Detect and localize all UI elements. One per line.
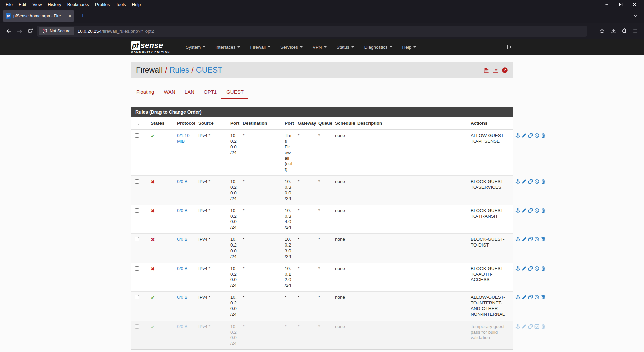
states-link[interactable]: 0/0 B	[177, 324, 188, 329]
rule-select-checkbox[interactable]	[135, 237, 139, 241]
disable-rule-icon[interactable]	[534, 295, 539, 300]
copy-rule-icon[interactable]	[528, 133, 533, 138]
move-rule-icon[interactable]	[515, 295, 520, 300]
minimize-button[interactable]	[605, 2, 609, 7]
delete-rule-icon[interactable]	[541, 266, 546, 271]
edit-rule-icon[interactable]	[522, 295, 527, 300]
nav-item-help[interactable]: Help	[397, 39, 422, 55]
nav-item-system[interactable]: System	[181, 39, 210, 55]
move-rule-icon[interactable]	[515, 208, 520, 213]
move-rule-icon[interactable]	[515, 237, 520, 242]
dest-port-cell: *	[295, 176, 316, 205]
disable-rule-icon[interactable]	[534, 179, 539, 184]
states-link[interactable]: 0/0 B	[177, 266, 188, 271]
extensions-puzzle-icon[interactable]	[622, 28, 627, 34]
rule-select-checkbox[interactable]	[135, 324, 139, 329]
copy-rule-icon[interactable]	[528, 324, 533, 329]
disable-rule-icon[interactable]	[534, 237, 539, 242]
delete-rule-icon[interactable]	[541, 133, 546, 138]
move-rule-icon[interactable]	[515, 324, 520, 329]
nav-item-label: Firewall	[250, 45, 266, 50]
disable-rule-icon[interactable]	[534, 208, 539, 213]
delete-rule-icon[interactable]	[541, 208, 546, 213]
tab-close-icon[interactable]: ×	[68, 13, 71, 18]
url-bar[interactable]: Not Secure 10.0.20.254/firewall_rules.ph…	[37, 26, 587, 37]
back-button[interactable]	[3, 26, 14, 37]
app-menu-icon[interactable]	[633, 28, 638, 34]
copy-rule-icon[interactable]	[528, 266, 533, 271]
caret-down-icon	[351, 46, 354, 48]
forward-button[interactable]	[14, 26, 25, 37]
enable-rule-icon[interactable]	[534, 324, 539, 329]
rule-select-checkbox[interactable]	[135, 179, 139, 184]
delete-rule-icon[interactable]	[541, 237, 546, 242]
pfsense-logo[interactable]: pf sense COMMUNITY EDITION	[131, 41, 170, 54]
menu-item-tools[interactable]: Tools	[113, 1, 129, 8]
delete-rule-icon[interactable]	[541, 179, 546, 184]
states-link[interactable]: 0/1.10 MiB	[177, 133, 190, 144]
bookmark-star-icon[interactable]	[599, 28, 605, 34]
nav-item-vpn[interactable]: VPN	[308, 39, 332, 55]
move-rule-icon[interactable]	[515, 179, 520, 184]
copy-rule-icon[interactable]	[528, 179, 533, 184]
queue-cell: none	[332, 321, 355, 349]
nav-item-interfaces[interactable]: Interfaces	[210, 39, 245, 55]
reload-button[interactable]	[25, 26, 36, 37]
rule-select-checkbox[interactable]	[135, 295, 139, 299]
tab-list-chevron-icon[interactable]	[633, 14, 638, 18]
nav-item-services[interactable]: Services	[275, 39, 308, 55]
edit-rule-icon[interactable]	[522, 324, 527, 329]
tab-opt1[interactable]: OPT1	[199, 86, 221, 99]
menu-item-history[interactable]: History	[45, 1, 64, 8]
help-icon[interactable]: ?	[502, 67, 508, 73]
description-cell: Temporary guest pass for build validatio…	[468, 321, 513, 349]
menu-item-view[interactable]: View	[29, 1, 45, 8]
breadcrumb-page-link[interactable]: Rules	[170, 66, 189, 74]
nav-item-firewall[interactable]: Firewall	[245, 39, 275, 55]
states-link[interactable]: 0/0 B	[177, 179, 188, 184]
breadcrumb-interface-link[interactable]: GUEST	[196, 66, 222, 74]
dest-port-cell: *	[295, 292, 316, 321]
edit-rule-icon[interactable]	[522, 208, 527, 213]
tab-wan[interactable]: WAN	[159, 86, 180, 99]
close-button[interactable]	[632, 2, 637, 7]
new-tab-button[interactable]: +	[78, 12, 87, 20]
move-rule-icon[interactable]	[515, 266, 520, 271]
sign-out-icon[interactable]	[506, 44, 513, 50]
nav-item-diagnostics[interactable]: Diagnostics	[359, 39, 397, 55]
tab-floating[interactable]: Floating	[132, 86, 159, 99]
edit-rule-icon[interactable]	[522, 179, 527, 184]
menu-item-bookmarks[interactable]: Bookmarks	[64, 1, 92, 8]
menu-item-help[interactable]: Help	[129, 1, 144, 8]
states-link[interactable]: 0/0 B	[177, 237, 188, 242]
log-list-icon[interactable]	[492, 67, 499, 73]
states-link[interactable]: 0/0 B	[177, 208, 188, 213]
security-chip[interactable]: Not Secure	[39, 27, 74, 35]
tab-lan[interactable]: LAN	[180, 86, 199, 99]
disable-rule-icon[interactable]	[534, 266, 539, 271]
edit-rule-icon[interactable]	[522, 266, 527, 271]
rule-select-checkbox[interactable]	[135, 208, 139, 213]
rule-select-checkbox[interactable]	[135, 133, 139, 138]
copy-rule-icon[interactable]	[528, 295, 533, 300]
edit-rule-icon[interactable]	[522, 133, 527, 138]
delete-rule-icon[interactable]	[541, 324, 546, 329]
delete-rule-icon[interactable]	[541, 295, 546, 300]
tab-guest[interactable]: GUEST	[221, 86, 248, 99]
copy-rule-icon[interactable]	[528, 208, 533, 213]
nav-item-status[interactable]: Status	[332, 39, 359, 55]
move-rule-icon[interactable]	[515, 133, 520, 138]
states-link[interactable]: 0/0 B	[177, 295, 188, 300]
browser-tab[interactable]: pf pfSense.home.arpa - Fire ×	[3, 10, 74, 22]
rule-select-checkbox[interactable]	[135, 266, 139, 271]
rule-counts-chart-icon[interactable]	[483, 67, 489, 73]
downloads-icon[interactable]	[610, 28, 616, 34]
menu-item-file[interactable]: File	[3, 1, 16, 8]
select-all-checkbox[interactable]	[135, 121, 139, 125]
menu-item-edit[interactable]: Edit	[16, 1, 29, 8]
edit-rule-icon[interactable]	[522, 237, 527, 242]
maximize-button[interactable]	[619, 2, 623, 7]
disable-rule-icon[interactable]	[534, 133, 539, 138]
menu-item-profiles[interactable]: Profiles	[92, 1, 113, 8]
copy-rule-icon[interactable]	[528, 237, 533, 242]
